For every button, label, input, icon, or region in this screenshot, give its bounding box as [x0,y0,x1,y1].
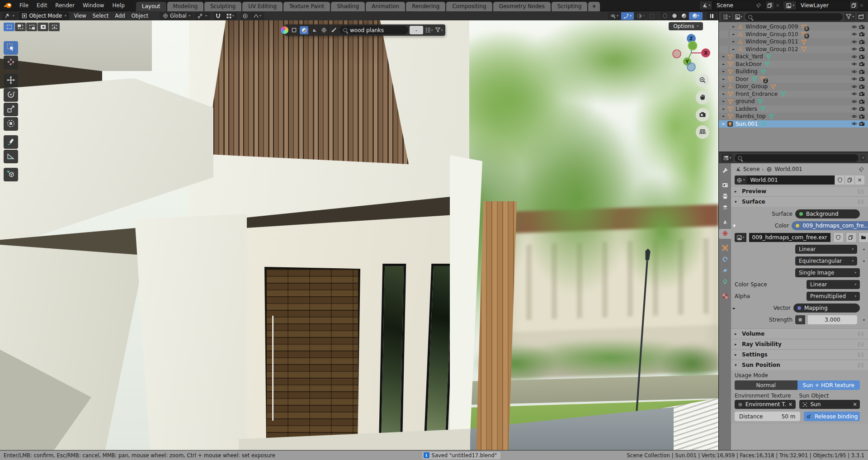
tool-scale[interactable] [4,103,18,116]
add[interactable]: Add [112,12,128,19]
drag-handle-icon[interactable]: ⣿⣿ [858,352,864,357]
surface-shader-button[interactable]: Background [795,209,860,218]
mode-dropdown[interactable]: Object Mode ▾ [19,12,70,20]
add-workspace-button[interactable]: + [588,2,600,11]
copy-icon[interactable] [846,233,856,242]
breadcrumb-scene[interactable]: Scene [743,166,760,172]
options-button[interactable]: Options▾ [669,22,703,30]
disclosure-triangle-icon[interactable]: ► [722,62,726,66]
breadcrumb-world[interactable]: World.001 [775,166,802,172]
properties-tab-constraints[interactable] [719,255,731,265]
disclosure-triangle-icon[interactable]: ► [731,47,736,51]
meshdata-badge-icon[interactable] [780,91,786,97]
disclosure-triangle-icon[interactable]: ► [722,92,726,96]
sun-object-field[interactable]: Sun × [799,400,860,409]
outliner-display-mode-dropdown[interactable]: ▾ [721,13,732,21]
vector-expand-icon[interactable]: ► [733,306,737,310]
properties-tab-scene[interactable] [719,218,731,228]
shading-sphere-icon[interactable] [300,26,308,34]
xray-toggle-icon[interactable] [647,12,656,20]
properties-tab-object[interactable] [719,243,731,253]
properties-tab-output[interactable] [719,192,731,202]
outliner-row-sun.001[interactable]: ►Sun.001 [719,120,868,128]
disable-in-renders-icon[interactable] [858,83,865,90]
transform-orientation-dropdown[interactable]: Global▾ [160,12,193,20]
color-source-button[interactable]: 009_hdrmaps_com_fre... [792,221,868,230]
object-icon[interactable] [290,26,298,34]
tool-cursor[interactable] [4,56,18,69]
outliner-search-input[interactable] [745,13,843,21]
meshdata-badge-icon[interactable] [766,54,772,60]
outliner-row-ladders[interactable]: ►Ladders [719,105,868,113]
hide-in-viewport-icon[interactable] [850,24,858,30]
new-scene-copy-icon[interactable] [766,2,774,9]
rendered-shading-icon[interactable]: ▾ [689,12,703,20]
menu-file[interactable]: File [15,1,33,10]
unlink-icon[interactable]: × [854,175,864,185]
viewlayer-icon[interactable]: ▾ [783,1,797,10]
disable-in-renders-icon[interactable] [858,31,865,38]
blender-logo-icon[interactable] [3,2,13,9]
disclosure-triangle-icon[interactable]: ► [731,33,736,36]
disable-in-renders-icon[interactable] [858,24,865,30]
outliner-row-window_group.010[interactable]: ►Window_Group.0106 [719,31,868,38]
properties-tab-data[interactable] [719,277,731,287]
menu-edit[interactable]: Edit [33,1,51,10]
select-mode-subtract[interactable] [26,23,37,31]
select-mode-extend[interactable] [15,23,26,31]
outliner-row-window_group.011[interactable]: ►Window_Group.011 [719,38,868,46]
strength-field[interactable]: 3.000 [808,315,857,324]
disclosure-triangle-icon[interactable]: ► [722,107,726,111]
outliner-filter-dropdown[interactable]: ▾ [844,13,855,21]
meshdata-badge-icon[interactable] [757,99,763,104]
snap-magnet-icon[interactable] [214,12,223,20]
object-name[interactable]: Door [736,76,749,82]
copy-icon[interactable] [844,175,854,185]
menu-help[interactable]: Help [108,1,128,10]
snap-target-dropdown[interactable]: ▾ [223,12,237,20]
vector-source-button[interactable]: Mapping [793,304,860,313]
object-name[interactable]: Rambs_top [736,113,766,119]
tool-add-cube[interactable] [4,168,18,181]
mesh-badge-icon[interactable]: 2 [760,76,766,82]
navigation-gizmo[interactable]: Z X Y [671,32,711,72]
workspace-tab-sculpting[interactable]: Sculpting [204,2,241,11]
menu-render[interactable]: Render [51,1,79,10]
outliner-row-backdoor[interactable]: ►BackDoor [719,61,868,68]
mesh-badge-icon[interactable] [801,46,807,52]
panel-volume[interactable]: ▸Volume⣿⣿ [731,328,868,339]
disclosure-triangle-icon[interactable]: ► [722,122,726,126]
disclosure-triangle-icon[interactable]: ► [722,70,726,73]
distance-field[interactable]: Distance50 m [735,412,800,421]
new-viewlayer-copy-icon[interactable] [850,2,858,9]
outliner-row-back_yard[interactable]: ►Back_Yard [719,53,868,61]
visibility-dropdown[interactable]: ▾ [608,12,621,20]
object-name[interactable]: Front_Endrance [736,91,778,97]
disable-in-renders-icon[interactable] [858,61,865,67]
properties-tab-texture[interactable] [719,292,731,302]
meshdata-badge-icon[interactable] [769,114,774,119]
panel-surface[interactable]: ▾Surface⣿⣿ [731,196,868,207]
fake-user-shield-icon[interactable] [835,175,844,185]
workspace-tab-shading[interactable]: Shading [331,2,365,11]
hide-in-viewport-icon[interactable] [850,91,858,97]
env-texture-field[interactable]: Environment T... × [735,400,796,409]
outliner-row-window_group.009[interactable]: ►Window_Group.0096 [719,23,868,31]
disable-in-renders-icon[interactable] [858,46,865,52]
workspace-tab-layout[interactable]: Layout [136,2,166,11]
properties-tab-view-layer[interactable] [719,203,731,213]
active-tool-dropdown[interactable]: ▾ [2,12,17,20]
hide-in-viewport-icon[interactable] [850,83,858,90]
properties-tab-physics[interactable] [719,266,731,276]
usage-mode-sun-hdr-texture[interactable]: Sun + HDR texture [797,380,860,390]
image-name-field[interactable]: 009_hdrmaps_com_free.exr [749,233,830,242]
panel-settings[interactable]: ▸Settings⣿⣿ [731,349,868,360]
disable-in-renders-icon[interactable] [858,121,865,127]
scene-name[interactable]: Scene [717,2,755,9]
hide-in-viewport-icon[interactable] [850,68,858,75]
fake-user-shield-icon[interactable] [833,233,843,242]
world-name-field[interactable]: World.001 [747,175,835,185]
outliner-row-building[interactable]: ►Building [719,68,868,76]
select-mode-invert[interactable] [38,23,48,31]
select-mode-intersect[interactable] [49,23,60,31]
